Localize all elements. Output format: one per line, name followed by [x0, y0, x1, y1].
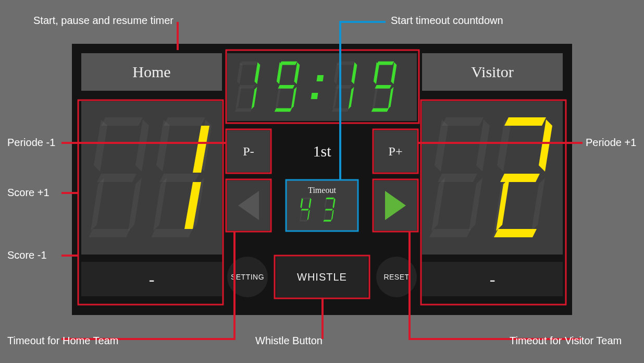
svg-rect-8 — [311, 93, 318, 99]
game-timer[interactable] — [227, 53, 417, 121]
score-home-ghost-tens — [89, 117, 149, 237]
score-home[interactable] — [81, 101, 222, 255]
anno-period-minus: Periode -1 — [7, 137, 55, 149]
anno-timer: Start, pause and resume timer — [33, 15, 174, 27]
score-visitor-digit-svg — [428, 107, 559, 248]
anno-timeout-start: Start timeout countdown — [391, 15, 503, 27]
stage: Home - Visitor — [0, 0, 644, 363]
period-minus-button[interactable]: P- — [227, 130, 270, 172]
score-home-digit-svg — [88, 107, 218, 248]
period-label: 1st — [278, 130, 366, 172]
arrow-left-icon — [238, 191, 259, 220]
whistle-button[interactable]: WHISTLE — [276, 257, 368, 297]
score-visitor-minus-button[interactable]: - — [422, 262, 563, 296]
timer-digit-svg — [232, 57, 412, 117]
timeout-label: Timeout — [308, 186, 336, 195]
svg-marker-3 — [539, 119, 552, 172]
svg-rect-7 — [317, 75, 324, 81]
score-visitor[interactable] — [422, 101, 563, 255]
timeout-countdown[interactable]: Timeout — [287, 180, 357, 231]
svg-marker-2 — [504, 117, 546, 126]
scoreboard: Home - Visitor — [72, 44, 572, 315]
settings-button[interactable]: SETTING — [227, 257, 268, 297]
anno-period-plus: Periode +1 — [586, 137, 636, 149]
team-home-header: Home — [81, 53, 222, 91]
possession-arrow-right[interactable] — [374, 180, 417, 231]
anno-whistle: Whistle Button — [255, 335, 323, 347]
svg-marker-6 — [494, 229, 537, 237]
anno-score-plus: Score +1 — [7, 187, 49, 199]
anno-score-minus: Score -1 — [7, 249, 47, 261]
reset-button[interactable]: RESET — [376, 257, 417, 297]
score-home-minus-button[interactable]: - — [81, 262, 222, 296]
arrow-right-icon — [385, 191, 406, 220]
possession-arrow-left[interactable] — [227, 180, 270, 231]
anno-timeout-home: Timeout for Home Team — [7, 335, 118, 347]
period-plus-button[interactable]: P+ — [374, 130, 417, 172]
svg-marker-4 — [500, 174, 540, 182]
anno-timeout-visitor: Timeout for Visitor Team — [510, 335, 622, 347]
timeout-digit-svg — [296, 196, 348, 225]
team-visitor-header: Visitor — [422, 53, 563, 91]
